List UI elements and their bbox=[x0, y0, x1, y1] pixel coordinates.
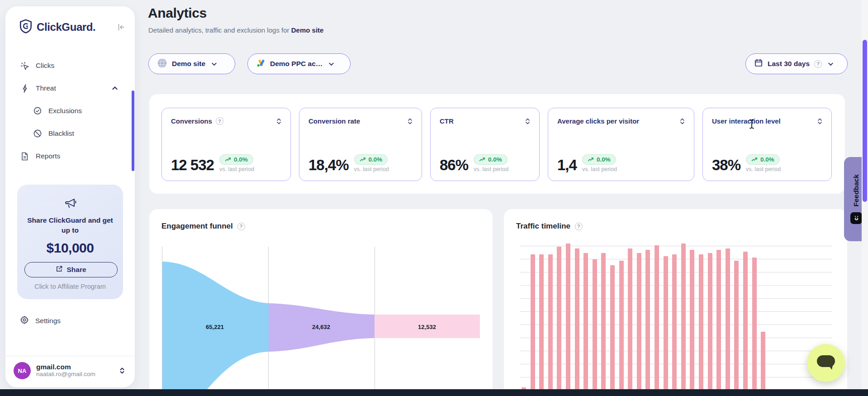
avatar: NA bbox=[14, 362, 31, 379]
delta-badge: 0.0% bbox=[219, 154, 253, 165]
stat-caption: vs. last period bbox=[219, 166, 254, 172]
globe-icon bbox=[157, 58, 167, 70]
timeline-bar bbox=[664, 256, 668, 396]
promo-title: Share ClickGuard and get up to bbox=[24, 215, 116, 236]
timeline-bar bbox=[699, 254, 703, 396]
delta-badge: 0.0% bbox=[354, 154, 388, 165]
page-title: Analytics bbox=[148, 5, 207, 21]
chevron-up-down-icon bbox=[119, 367, 126, 375]
stat-value: 86% bbox=[440, 157, 468, 172]
stat-title: Average clicks per visitor bbox=[557, 117, 639, 125]
logo-row: ClickGuard. bbox=[5, 6, 135, 35]
sidebar-item-clicks[interactable]: Clicks bbox=[5, 54, 135, 77]
chevron-up-down-icon[interactable] bbox=[525, 118, 530, 125]
timeline-bar bbox=[583, 253, 588, 396]
timeline-bar bbox=[726, 248, 730, 396]
timeline-bar bbox=[681, 243, 686, 396]
chevron-up-icon[interactable] bbox=[111, 85, 119, 92]
share-button[interactable]: Share bbox=[24, 262, 118, 277]
chat-bubble-icon bbox=[816, 353, 836, 372]
sidebar-active-indicator bbox=[132, 91, 134, 171]
stat-card: User interaction level ? 38% 0.0% vs. la… bbox=[702, 108, 832, 181]
chevron-up-down-icon[interactable] bbox=[680, 118, 685, 125]
gear-icon bbox=[20, 315, 29, 326]
scrollbar-track[interactable] bbox=[862, 0, 868, 396]
stat-title: CTR bbox=[440, 117, 454, 125]
stat-card: Conversions ? 12 532 0.0% vs. last perio… bbox=[161, 108, 291, 181]
sidebar-item-label: Clicks bbox=[36, 62, 54, 70]
timeline-bar bbox=[672, 254, 677, 396]
sidebar-item-exclusions[interactable]: Exclusions bbox=[5, 100, 135, 122]
chevron-up-down-icon[interactable] bbox=[817, 118, 822, 125]
promo-amount: $10,000 bbox=[24, 240, 116, 256]
ban-icon bbox=[33, 129, 42, 138]
sidebar-item-label: Exclusions bbox=[48, 107, 82, 115]
calendar-icon bbox=[754, 58, 763, 69]
funnel-title: Engagement funnel bbox=[161, 222, 233, 231]
stat-value: 38% bbox=[712, 157, 740, 172]
promo-caption: Click to Affiliate Program bbox=[24, 283, 116, 290]
trending-up-icon bbox=[360, 157, 366, 162]
sidebar-item-threat[interactable]: Threat bbox=[5, 77, 135, 100]
timeline-bar bbox=[628, 248, 632, 396]
timeline-bar bbox=[539, 254, 544, 396]
stat-caption: vs. last period bbox=[354, 166, 389, 172]
chevron-down-icon bbox=[827, 61, 834, 67]
affiliate-promo-card[interactable]: Share ClickGuard and get up to $10,000 S… bbox=[17, 185, 123, 299]
stat-title: Conversion rate bbox=[308, 117, 360, 125]
delta-value: 0.0% bbox=[234, 156, 248, 163]
stat-card: Conversion rate ? 18,4% 0.0% vs. last pe… bbox=[299, 108, 422, 181]
trending-up-icon bbox=[751, 157, 758, 162]
sidebar: ClickGuard. Clicks Threat Exclusions Bla… bbox=[5, 6, 135, 387]
delta-value: 0.0% bbox=[369, 156, 383, 163]
clickguard-logo-icon bbox=[19, 19, 33, 35]
chevron-down-icon bbox=[211, 61, 218, 67]
help-icon: ? bbox=[814, 60, 822, 68]
delta-value: 0.0% bbox=[597, 156, 611, 163]
timeline-bar bbox=[619, 261, 624, 396]
timeline-bar bbox=[655, 245, 659, 396]
feedback-label: Feedback bbox=[852, 174, 860, 207]
page-subtitle-text: Detailed analytics, traffic and exclusio… bbox=[148, 26, 289, 34]
account-email: naatali.ro@gmail.com bbox=[36, 371, 95, 378]
share-button-label: Share bbox=[66, 266, 86, 274]
page-subtitle: Detailed analytics, traffic and exclusio… bbox=[148, 26, 323, 34]
site-select-value: Demo site bbox=[172, 60, 205, 68]
date-range-value: Last 30 days bbox=[768, 60, 810, 68]
timeline-bar bbox=[531, 254, 535, 396]
stat-caption: vs. last period bbox=[582, 166, 617, 172]
feedback-logo-icon: c: bbox=[850, 212, 862, 224]
sidebar-item-reports[interactable]: Reports bbox=[5, 145, 135, 167]
account-switcher[interactable]: NA gmail.com naatali.ro@gmail.com bbox=[5, 356, 135, 387]
chevron-up-down-icon[interactable] bbox=[276, 118, 281, 125]
badge-check-icon bbox=[33, 106, 42, 115]
date-range-select[interactable]: Last 30 days ? bbox=[745, 53, 848, 74]
sidebar-item-blacklist[interactable]: Blacklist bbox=[5, 122, 135, 145]
ppc-account-select[interactable]: Demo PPC ac… bbox=[247, 53, 351, 74]
engagement-funnel-card: Engagement funnel ? 65,221 24,632 12,532 bbox=[149, 209, 493, 396]
bottom-edge-strip bbox=[0, 389, 868, 396]
chevron-up-down-icon[interactable] bbox=[408, 118, 413, 125]
trending-up-icon bbox=[479, 157, 485, 162]
chat-launcher-button[interactable] bbox=[807, 344, 845, 382]
timeline-bar bbox=[716, 250, 721, 396]
google-ads-icon bbox=[256, 58, 266, 70]
trending-up-icon bbox=[588, 157, 594, 162]
sidebar-item-label: Reports bbox=[36, 152, 60, 160]
delta-badge: 0.0% bbox=[746, 154, 780, 165]
scrollbar-thumb[interactable] bbox=[863, 40, 867, 202]
sidebar-item-settings[interactable]: Settings bbox=[5, 315, 135, 326]
sidebar-nav: Clicks Threat Exclusions Blacklist Repor… bbox=[5, 54, 135, 167]
megaphone-icon bbox=[63, 203, 77, 210]
funnel-value-label: 65,221 bbox=[206, 324, 224, 330]
stat-card: Average clicks per visitor ? 1,4 0.0% vs… bbox=[548, 108, 694, 181]
timeline-bar bbox=[734, 261, 739, 396]
sidebar-collapse-icon[interactable] bbox=[116, 22, 126, 32]
site-select[interactable]: Demo site bbox=[148, 53, 235, 74]
delta-value: 0.0% bbox=[488, 156, 502, 163]
help-icon: ? bbox=[216, 117, 223, 125]
timeline-bar bbox=[557, 247, 561, 396]
timeline-bar bbox=[566, 243, 570, 396]
timeline-bar bbox=[743, 252, 748, 396]
timeline-bar bbox=[548, 254, 553, 396]
